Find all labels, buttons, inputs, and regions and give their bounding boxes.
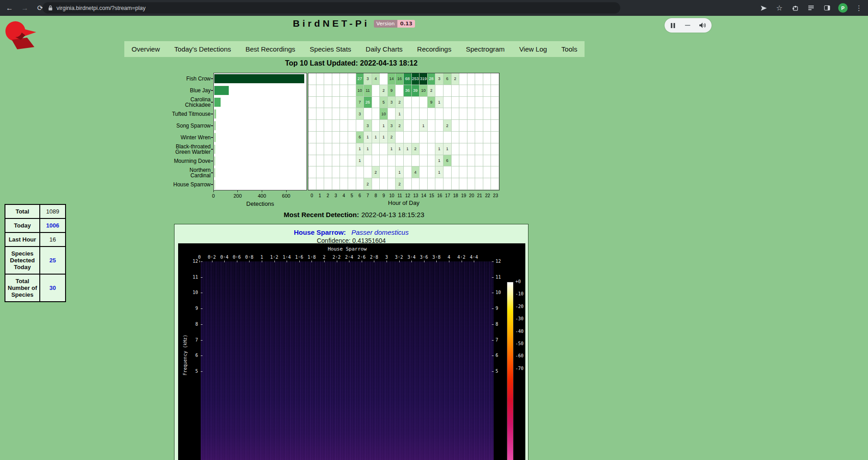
heatmap-cell: 3 [364, 73, 372, 85]
heatmap-cell [324, 108, 332, 120]
version-badge-label: Version [374, 20, 397, 28]
stats-table: Total1089Today1006Last Hour16Species Det… [5, 204, 66, 302]
heatmap-cell [332, 166, 340, 178]
heatmap-cell [388, 166, 396, 178]
heatmap-cell: 1 [435, 143, 443, 155]
nav-item-best-recordings[interactable]: Best Recordings [245, 45, 295, 53]
heatmap-cell [420, 178, 428, 190]
most-recent-detection: Most Recent Detection:2022-04-13 18:15:2… [190, 211, 518, 218]
url-bar[interactable]: virginia.birdnetpi.com/?stream=play [42, 2, 620, 14]
heatmap-cell [348, 143, 356, 155]
stats-value-total-number-of-species[interactable]: 30 [40, 274, 66, 302]
heatmap-cell [308, 97, 316, 109]
nav-item-recordings[interactable]: Recordings [417, 45, 452, 53]
side-panel-icon[interactable] [822, 4, 831, 13]
heatmap-cell [340, 120, 348, 132]
heatmap-cell [483, 108, 491, 120]
reading-list-icon[interactable] [807, 4, 816, 13]
heatmap-cell [412, 132, 420, 143]
bar-yaxis-tick [211, 125, 213, 126]
extensions-icon[interactable] [791, 4, 800, 13]
bar-xaxis-tick [286, 190, 287, 192]
heatmap-cell: 6 [443, 73, 452, 85]
heatmap-cell: 1 [356, 155, 364, 167]
bar-mourning-dove [214, 156, 215, 166]
profile-avatar[interactable]: P [838, 3, 848, 13]
heatmap-cell [483, 178, 491, 190]
spectrogram-ytick [201, 261, 203, 262]
heatmap-cell [316, 132, 325, 143]
send-icon[interactable] [759, 4, 768, 13]
heatmap-cell [348, 73, 356, 85]
hour-tick-label: 21 [477, 193, 482, 198]
bar-yaxis-tick [211, 161, 213, 161]
spectrogram-xtick [249, 261, 250, 262]
spectrogram-ytick [492, 340, 494, 341]
volume-icon[interactable] [699, 22, 706, 28]
heatmap-cell [475, 85, 483, 97]
heatmap-cell: 11 [364, 85, 372, 97]
nav-item-overview[interactable]: Overview [132, 45, 160, 53]
detections-bar-plot [213, 73, 307, 190]
spectrogram-xtick [274, 261, 275, 262]
colorbar-tick-label: -20 [515, 304, 524, 309]
colorbar-tick-label: -10 [515, 291, 524, 296]
bar-xaxis-tick-label: 0 [212, 193, 215, 199]
heatmap-cell [324, 155, 332, 167]
back-button[interactable]: ← [4, 2, 15, 14]
heatmap-cell: 1 [435, 166, 443, 178]
detection-species[interactable]: House Sparrow: [294, 228, 346, 236]
heatmap-cell [324, 178, 332, 190]
hour-tick-label: 16 [437, 193, 442, 198]
species-label-house-sparrow: House Sparrow [170, 179, 211, 190]
heatmap-cell [404, 178, 412, 190]
spectrogram-xtick [399, 261, 400, 262]
heatmap-cell [316, 120, 325, 132]
nav-item-tools[interactable]: Tools [561, 45, 577, 53]
spectrogram-ytick-label-left: 12 [189, 259, 198, 264]
nav-item-view-log[interactable]: View Log [519, 45, 547, 53]
forward-button[interactable]: → [19, 2, 31, 14]
nav-item-daily-charts[interactable]: Daily Charts [366, 45, 403, 53]
hour-tick-label: 3 [335, 193, 337, 198]
stats-row-species-detected-today: Species Detected Today25 [5, 247, 66, 274]
spectrogram-xtick-label: 2 [323, 255, 326, 260]
heatmap-cell [348, 178, 356, 190]
heatmap-cell [420, 132, 428, 143]
heatmap-cell [340, 143, 348, 155]
heatmap-cell [348, 97, 356, 109]
bookmark-star-icon[interactable]: ☆ [775, 4, 784, 13]
heatmap-cell: 6 [356, 132, 364, 143]
nav-item-spectrogram[interactable]: Spectrogram [466, 45, 505, 53]
spectrogram-ytick [492, 261, 494, 262]
heatmap-cell [316, 155, 325, 167]
heatmap-cell: 2 [364, 178, 372, 190]
species-label-winter-wren: Winter Wren [170, 132, 211, 143]
heatmap-cell [467, 143, 476, 155]
heatmap-cell [483, 166, 491, 178]
stats-value-today[interactable]: 1006 [40, 218, 66, 232]
hour-tick-label: 15 [429, 193, 434, 198]
heatmap-cell [428, 120, 436, 132]
heatmap-cell [372, 120, 380, 132]
heatmap-cell [388, 108, 396, 120]
heatmap-cell [372, 85, 380, 97]
bar-yaxis-tick [211, 149, 213, 150]
audio-progress[interactable] [685, 25, 690, 26]
heatmap-cell [420, 143, 428, 155]
heatmap-cell [388, 155, 396, 167]
nav-item-species-stats[interactable]: Species Stats [310, 45, 351, 53]
pause-button[interactable] [670, 23, 676, 28]
browser-menu-icon[interactable]: ⋮ [854, 4, 863, 13]
heatmap-cell [452, 155, 460, 167]
heatmap-cell [308, 108, 316, 120]
stats-value-species-detected-today[interactable]: 25 [40, 247, 66, 274]
hour-tick-label: 9 [382, 193, 385, 198]
heatmap-cell: 1 [404, 143, 412, 155]
nav-item-today-s-detections[interactable]: Today's Detections [175, 45, 231, 53]
audio-player[interactable] [665, 18, 712, 33]
heatmap-cell [467, 120, 476, 132]
heatmap-cell [324, 85, 332, 97]
heatmap-cell: 1 [443, 143, 452, 155]
heatmap-cell [467, 178, 476, 190]
